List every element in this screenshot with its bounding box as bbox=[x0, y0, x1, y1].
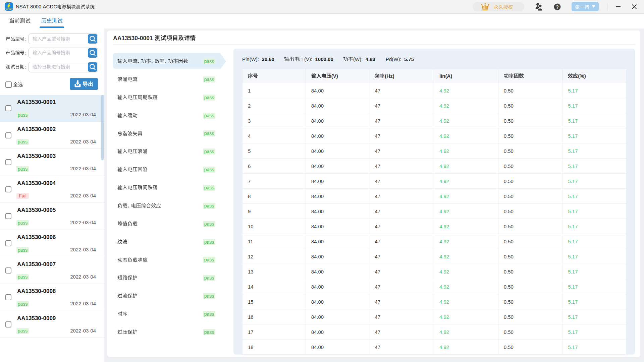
svg-text:?: ? bbox=[556, 4, 559, 10]
svg-text:ACDC: ACDC bbox=[6, 8, 11, 10]
